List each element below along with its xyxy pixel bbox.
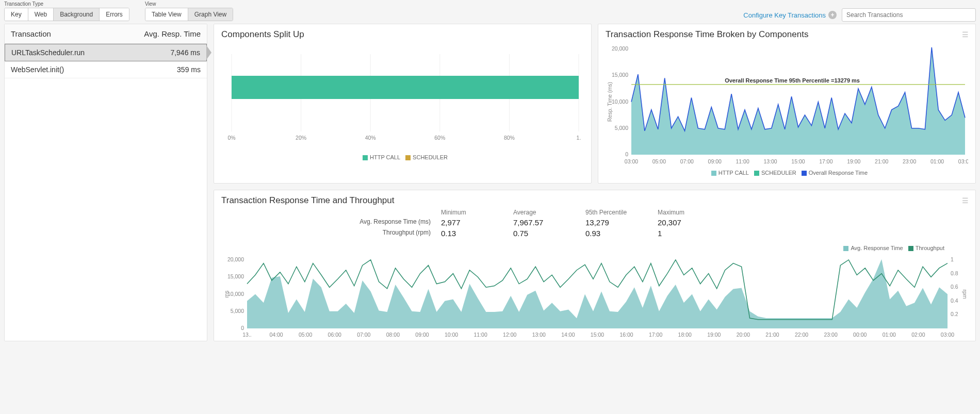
- broken-title: Transaction Response Time Broken by Comp…: [606, 29, 808, 40]
- svg-text:Overall Response Time 95th Per: Overall Response Time 95th Percentile =1…: [725, 77, 860, 84]
- svg-text:15:00: 15:00: [591, 332, 604, 338]
- transaction-type-label: Transaction Type: [4, 1, 129, 7]
- svg-text:06:00: 06:00: [328, 332, 341, 338]
- throughput-chart: 05,00010,00015,00020,000ms0.20.40.60.81r…: [221, 257, 968, 340]
- svg-text:20%: 20%: [296, 135, 306, 141]
- hamburger-icon[interactable]: ☰: [962, 196, 968, 205]
- svg-text:0%: 0%: [227, 135, 235, 141]
- components-legend: HTTP CALLSCHEDULER: [221, 152, 584, 162]
- svg-text:14:00: 14:00: [561, 332, 575, 338]
- svg-text:13:00: 13:00: [532, 332, 546, 338]
- svg-text:18:00: 18:00: [678, 332, 692, 338]
- svg-text:23:00: 23:00: [903, 158, 916, 164]
- svg-rect-12: [232, 76, 579, 99]
- svg-text:20,000: 20,000: [227, 257, 244, 262]
- tx-col-resp: Avg. Resp. Time: [144, 29, 201, 38]
- svg-text:5,000: 5,000: [615, 125, 628, 131]
- transaction-type-group: Transaction Type KeyWebBackgroundErrors: [4, 1, 129, 21]
- svg-text:05:00: 05:00: [652, 158, 666, 164]
- filter-errors[interactable]: Errors: [100, 8, 129, 21]
- svg-text:16:00: 16:00: [619, 332, 633, 338]
- filter-background[interactable]: Background: [54, 8, 100, 21]
- svg-text:80%: 80%: [504, 135, 515, 141]
- svg-text:13..: 13..: [242, 332, 252, 338]
- svg-text:15,000: 15,000: [612, 72, 628, 78]
- svg-text:13:00: 13:00: [763, 158, 777, 164]
- svg-text:20:00: 20:00: [737, 332, 750, 338]
- svg-text:rpm: rpm: [962, 290, 968, 299]
- broken-chart: 05,00010,00015,00020,000Resp. Time (ms)0…: [606, 44, 968, 168]
- throughput-legend: Avg. Response TimeThroughput: [214, 243, 975, 253]
- svg-text:04:00: 04:00: [269, 332, 283, 338]
- filter-table-view[interactable]: Table View: [145, 8, 188, 21]
- components-split-panel: Components Split Up 0%20%40%60%80%1. HTT…: [214, 24, 592, 184]
- svg-text:23:00: 23:00: [824, 332, 838, 338]
- plus-icon: +: [828, 11, 837, 19]
- svg-text:01:00: 01:00: [930, 158, 944, 164]
- svg-text:15,000: 15,000: [227, 273, 244, 279]
- svg-text:0.2: 0.2: [951, 311, 958, 317]
- svg-text:0.4: 0.4: [951, 297, 958, 304]
- svg-text:0: 0: [241, 325, 244, 331]
- svg-text:17:00: 17:00: [649, 332, 662, 338]
- table-row[interactable]: URLTaskScheduler.run7,946 ms: [5, 44, 207, 61]
- svg-text:17:00: 17:00: [819, 158, 832, 164]
- svg-text:05:00: 05:00: [299, 332, 312, 338]
- svg-text:08:00: 08:00: [386, 332, 400, 338]
- components-title: Components Split Up: [221, 29, 304, 40]
- svg-text:09:00: 09:00: [708, 158, 722, 164]
- svg-text:0.8: 0.8: [951, 270, 958, 276]
- svg-text:1.: 1.: [577, 135, 581, 141]
- svg-text:10,000: 10,000: [227, 291, 244, 297]
- svg-text:01:00: 01:00: [883, 332, 896, 338]
- svg-text:11:00: 11:00: [736, 158, 749, 164]
- svg-text:03:00: 03:00: [625, 158, 638, 164]
- view-group: View Table ViewGraph View: [145, 1, 233, 21]
- stats-table: MinimumAverage95th PercentileMaximumAvg.…: [214, 206, 975, 243]
- filter-web[interactable]: Web: [28, 8, 54, 21]
- tx-col-name: Transaction: [11, 29, 51, 38]
- svg-text:12:00: 12:00: [503, 332, 516, 338]
- svg-text:10:00: 10:00: [445, 332, 458, 338]
- svg-text:07:00: 07:00: [680, 158, 694, 164]
- broken-panel: Transaction Response Time Broken by Comp…: [598, 24, 976, 184]
- svg-text:11:00: 11:00: [474, 332, 487, 338]
- filter-key[interactable]: Key: [5, 8, 28, 21]
- svg-text:Resp. Time (ms): Resp. Time (ms): [607, 82, 613, 122]
- components-chart: 0%20%40%60%80%1.: [221, 44, 584, 152]
- svg-text:20,000: 20,000: [612, 45, 628, 52]
- search-input[interactable]: [842, 8, 976, 22]
- broken-legend: HTTP CALLSCHEDULEROverall Response Time: [606, 168, 968, 178]
- svg-text:10,000: 10,000: [612, 98, 628, 105]
- throughput-panel: Transaction Response Time and Throughput…: [214, 190, 976, 341]
- svg-text:5,000: 5,000: [231, 308, 244, 314]
- view-label: View: [145, 1, 233, 7]
- svg-text:02:00: 02:00: [911, 332, 925, 338]
- svg-text:07:00: 07:00: [357, 332, 370, 338]
- svg-text:00:00: 00:00: [853, 332, 867, 338]
- svg-text:09:00: 09:00: [415, 332, 429, 338]
- hamburger-icon[interactable]: ☰: [962, 30, 968, 39]
- svg-text:0.6: 0.6: [951, 284, 958, 290]
- table-row[interactable]: WebServlet.init()359 ms: [5, 61, 207, 78]
- throughput-title: Transaction Response Time and Throughput: [221, 195, 394, 206]
- filter-graph-view[interactable]: Graph View: [188, 8, 233, 21]
- svg-text:21:00: 21:00: [765, 332, 779, 338]
- svg-text:ms: ms: [223, 291, 230, 298]
- svg-text:1: 1: [951, 257, 954, 262]
- svg-text:22:00: 22:00: [795, 332, 808, 338]
- svg-text:19:00: 19:00: [847, 158, 860, 164]
- svg-text:60%: 60%: [434, 135, 445, 141]
- svg-text:0: 0: [625, 151, 628, 157]
- svg-text:15:00: 15:00: [791, 158, 805, 164]
- svg-text:21:00: 21:00: [875, 158, 888, 164]
- svg-text:19:00: 19:00: [707, 332, 721, 338]
- transaction-list-panel: Transaction Avg. Resp. Time URLTaskSched…: [4, 24, 207, 341]
- svg-text:03:00: 03:00: [941, 332, 954, 338]
- svg-text:40%: 40%: [365, 135, 376, 141]
- svg-text:03:00: 03:00: [958, 158, 968, 164]
- configure-key-transactions-link[interactable]: Configure Key Transactions +: [743, 11, 837, 19]
